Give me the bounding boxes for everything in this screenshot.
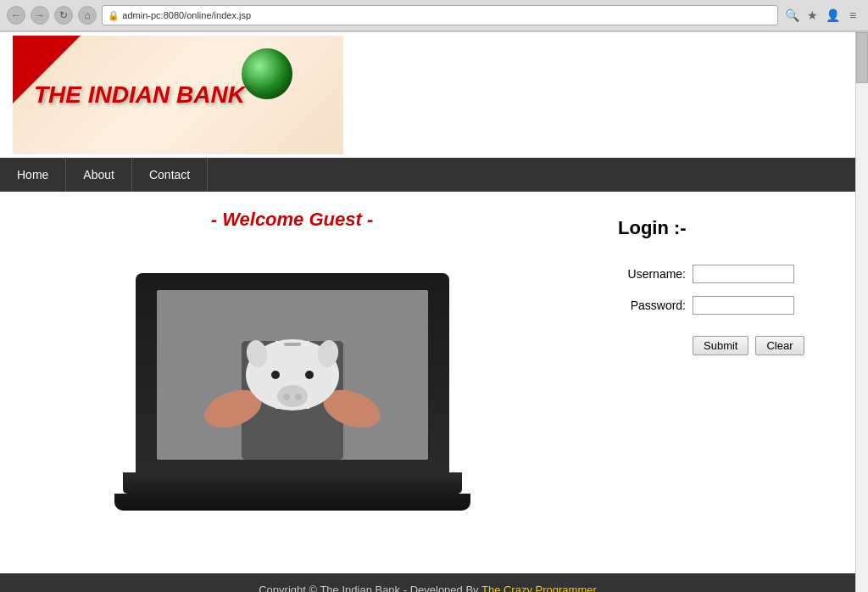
menu-icon[interactable]: ≡	[844, 7, 861, 24]
scrollbar-thumb[interactable]	[856, 32, 868, 83]
forward-button[interactable]: →	[31, 6, 49, 25]
profile-icon[interactable]: 👤	[824, 7, 841, 24]
header-banner: THE INDIAN BANK	[13, 36, 343, 154]
search-icon[interactable]: 🔍	[783, 7, 800, 24]
laptop-body	[136, 273, 449, 477]
laptop-base	[123, 472, 462, 494]
navbar: Home About Contact	[0, 158, 855, 192]
username-input[interactable]	[693, 265, 794, 283]
nav-about[interactable]: About	[66, 158, 132, 192]
svg-point-10	[305, 371, 314, 379]
clear-button[interactable]: Clear	[755, 336, 804, 355]
piggy-illustration	[157, 290, 428, 460]
site-footer: Copyright © The Indian Bank - Developed …	[0, 573, 855, 592]
home-button[interactable]: ⌂	[78, 6, 97, 25]
footer-text: Copyright © The Indian Bank - Developed …	[259, 584, 481, 592]
page-content: THE INDIAN BANK Home About Contact - Wel…	[0, 32, 855, 592]
svg-point-6	[277, 385, 308, 407]
nav-home[interactable]: Home	[0, 158, 66, 192]
password-group: Password:	[618, 296, 794, 315]
username-group: Username:	[618, 265, 794, 283]
svg-point-7	[283, 394, 290, 400]
bank-title: THE INDIAN BANK	[25, 81, 245, 109]
username-label: Username:	[618, 267, 686, 281]
password-input[interactable]	[693, 296, 794, 315]
site-header: THE INDIAN BANK	[0, 32, 855, 158]
form-buttons: Submit Clear	[693, 336, 804, 355]
laptop-screen	[157, 290, 428, 460]
laptop-foot	[114, 494, 470, 511]
svg-point-8	[295, 394, 302, 400]
submit-button[interactable]: Submit	[693, 336, 748, 355]
reload-button[interactable]: ↻	[54, 6, 73, 25]
nav-contact[interactable]: Contact	[132, 158, 208, 192]
svg-point-9	[271, 371, 280, 379]
login-title: Login :-	[618, 217, 687, 239]
footer-link[interactable]: The Crazy Programmer	[481, 584, 597, 592]
browser-icons: 🔍 ★ 👤 ≡	[783, 7, 861, 24]
password-label: Password:	[618, 299, 686, 312]
main-content: - Welcome Guest -	[0, 192, 855, 573]
svg-rect-13	[284, 343, 301, 346]
left-section: - Welcome Guest -	[0, 192, 584, 573]
laptop-screen-svg	[157, 290, 428, 460]
bookmark-icon[interactable]: ★	[804, 7, 821, 24]
globe-icon	[242, 48, 292, 99]
page-wrapper: THE INDIAN BANK Home About Contact - Wel…	[0, 32, 868, 592]
browser-toolbar: ← → ↻ ⌂ 🔒 admin-pc:8080/online/index.jsp…	[0, 0, 868, 31]
back-button[interactable]: ←	[7, 6, 25, 25]
browser-chrome: ← → ↻ ⌂ 🔒 admin-pc:8080/online/index.jsp…	[0, 0, 868, 32]
welcome-text: - Welcome Guest -	[211, 209, 374, 231]
login-section: Login :- Username: Password: Submit Clea…	[584, 192, 855, 573]
laptop-image	[127, 248, 458, 511]
scrollbar-track[interactable]	[855, 32, 868, 592]
address-bar[interactable]: 🔒 admin-pc:8080/online/index.jsp	[102, 5, 778, 25]
address-text: admin-pc:8080/online/index.jsp	[122, 10, 251, 20]
